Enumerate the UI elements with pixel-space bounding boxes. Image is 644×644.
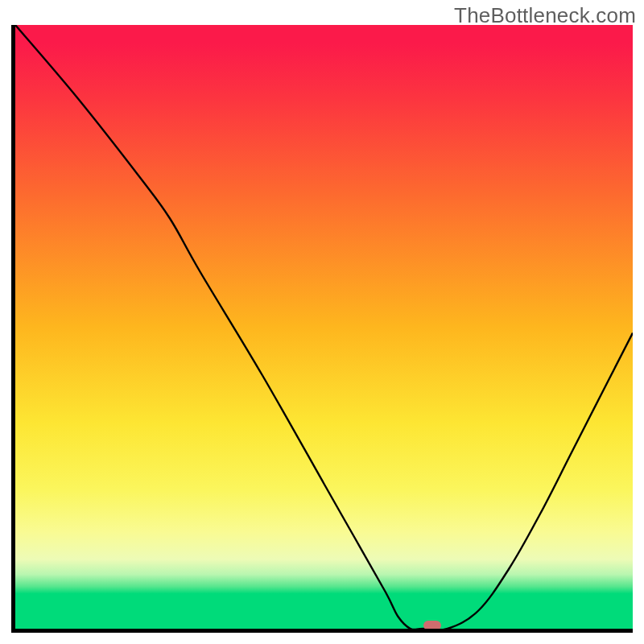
chart-frame: TheBottleneck.com <box>0 0 644 644</box>
chart-plot-area <box>11 25 633 633</box>
optimal-marker <box>423 621 441 630</box>
bottleneck-curve-path <box>15 25 633 630</box>
watermark-text: TheBottleneck.com <box>454 3 636 28</box>
